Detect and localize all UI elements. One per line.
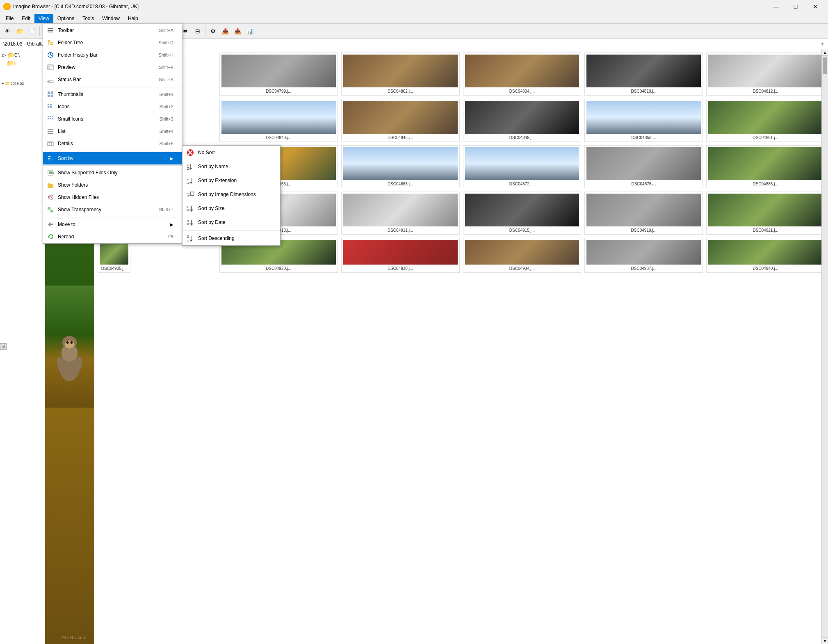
dd-reread-label: Reread xyxy=(58,234,168,240)
dd-folder-tree[interactable]: Folder Tree Shift+D xyxy=(43,37,182,49)
svg-text:A: A xyxy=(187,240,189,242)
svg-text:!: ! xyxy=(48,195,49,200)
sort-by-size[interactable]: Kb Mb Sort by Size xyxy=(182,201,280,215)
thumb-item-20[interactable]: DSC04911.j... xyxy=(341,192,460,235)
sort-submenu: No Sort A Z Sort by Name .A .Z Sort by E… xyxy=(182,145,281,246)
thumb-label-28: DSC04937.j... xyxy=(586,266,701,271)
thumb-item-15[interactable]: DSC04872.j... xyxy=(463,145,582,188)
thumb-img-10 xyxy=(586,101,701,134)
menu-window[interactable]: Window xyxy=(98,14,124,23)
scroll-thumb[interactable] xyxy=(823,57,827,74)
toolbar-detail2-btn[interactable]: ⊟ xyxy=(192,25,203,37)
dd-status-bar-shortcut: Shift+S xyxy=(159,77,173,82)
svg-rect-15 xyxy=(50,44,53,45)
toolbar-icon xyxy=(46,26,55,34)
sort-name-label: Sort by Name xyxy=(198,164,228,169)
dd-small-icons[interactable]: Small Icons Shift+3 xyxy=(43,113,182,125)
dd-show-hidden[interactable]: ! Show Hidden Files xyxy=(43,191,182,203)
thumb-item-29[interactable]: DSC04940.j... xyxy=(706,238,825,273)
thumb-item-17[interactable]: DSC04885.j... xyxy=(706,145,825,188)
toolbar-settings-btn[interactable]: ⚙ xyxy=(207,25,219,37)
thumb-item-4[interactable]: DSC04810.j... xyxy=(584,53,703,96)
toolbar-eye-btn[interactable]: 👁 xyxy=(2,25,13,37)
tree-root-label: C:\ xyxy=(14,53,20,57)
toolbar-extra3-btn[interactable]: 📊 xyxy=(244,25,255,37)
thumb-item-10[interactable]: DSC04853-... xyxy=(584,99,703,142)
dd-show-transparency[interactable]: Show Transparency Shift+T xyxy=(43,203,182,216)
dd-thumbnails[interactable]: Thumbnails Shift+1 xyxy=(43,88,182,100)
thumb-item-9[interactable]: DSC04849.j... xyxy=(463,99,582,142)
show-supported-icon: IMG xyxy=(46,169,55,177)
dd-list-label: List xyxy=(58,128,159,134)
dd-icons[interactable]: Icons Shift+2 xyxy=(43,100,182,113)
dd-details[interactable]: Details Shift+5 xyxy=(43,137,182,150)
dd-toolbar[interactable]: Toolbar Shift+A xyxy=(43,24,182,37)
thumb-item-3[interactable]: DSC04804.j... xyxy=(463,53,582,96)
dd-move-to[interactable]: Move to ▶ xyxy=(43,218,182,231)
svg-rect-23 xyxy=(48,81,50,82)
menu-options[interactable]: Options xyxy=(53,14,78,23)
scroll-up-btn[interactable]: ▲ xyxy=(822,49,828,56)
close-button[interactable]: ✕ xyxy=(806,0,825,13)
thumb-item-28[interactable]: DSC04937.j... xyxy=(584,238,703,273)
thumb-item-11[interactable]: DSC04861.j... xyxy=(706,99,825,142)
reread-icon xyxy=(46,233,55,241)
sort-by-extension[interactable]: .A .Z Sort by Extension xyxy=(182,174,280,187)
sort-by-name[interactable]: A Z Sort by Name xyxy=(182,160,280,174)
dd-preview-label: Preview xyxy=(58,64,159,70)
menu-edit[interactable]: Edit xyxy=(18,14,34,23)
thumb-label-16: DSC04876-... xyxy=(586,182,701,186)
dd-preview[interactable]: Preview Shift+P xyxy=(43,61,182,73)
sort-no-sort[interactable]: No Sort xyxy=(182,146,280,160)
preview-icon xyxy=(46,63,55,71)
thumb-item-26[interactable]: DSC04930.j... xyxy=(341,238,460,273)
tree-item-folder1[interactable]: 📁 N xyxy=(1,59,44,67)
toolbar-extra2-btn[interactable]: 📥 xyxy=(232,25,243,37)
move-to-icon xyxy=(46,220,55,228)
sort-by-dimensions[interactable]: Sort by Image Dimensions xyxy=(182,187,280,201)
svg-text:↕: ↕ xyxy=(52,158,53,161)
svg-text:Z: Z xyxy=(187,167,189,170)
menu-file[interactable]: File xyxy=(2,14,18,23)
tree-item-2[interactable]: + 📁 2018.03 xyxy=(2,81,43,86)
scrollbar-right[interactable]: ▲ ▼ xyxy=(821,49,828,644)
scroll-down-btn[interactable]: ▼ xyxy=(822,637,828,644)
dd-status-bar[interactable]: Status Bar Shift+S xyxy=(43,73,182,86)
toolbar-folder-btn[interactable]: 📁 xyxy=(14,25,25,37)
thumb-label-20: DSC04911.j... xyxy=(343,228,458,233)
scroll-track[interactable] xyxy=(822,56,828,637)
sort-by-date[interactable]: '08 '09 Sort by Date xyxy=(182,215,280,229)
thumb-item-21[interactable]: DSC04915.j... xyxy=(463,192,582,235)
dd-show-folders[interactable]: Show Folders xyxy=(43,179,182,191)
menu-view[interactable]: View xyxy=(34,14,53,23)
thumb-item-2[interactable]: DSC04802.j... xyxy=(341,53,460,96)
sort-descending[interactable]: Z A Sort Descending xyxy=(182,231,280,245)
thumb-item-22[interactable]: DSC04919.j... xyxy=(584,192,703,235)
dd-sort-by[interactable]: ↕ Sort by ▶ xyxy=(43,152,182,164)
thumb-item-14[interactable]: DSC04868.j... xyxy=(341,145,460,188)
dd-list[interactable]: List Shift+4 xyxy=(43,125,182,137)
menu-tools[interactable]: Tools xyxy=(78,14,98,23)
content-area[interactable]: DSC04793.j... DSC04799.j... DSC04802.j..… xyxy=(94,49,828,644)
menu-help[interactable]: Help xyxy=(124,14,142,23)
dd-show-supported[interactable]: IMG Show Supported Files Only xyxy=(43,167,182,179)
minimize-button[interactable]: — xyxy=(766,0,785,13)
maximize-button[interactable]: □ xyxy=(786,0,805,13)
thumb-item-27[interactable]: DSC04934.j... xyxy=(463,238,582,273)
thumb-item-16[interactable]: DSC04876-... xyxy=(584,145,703,188)
tree-item-root[interactable]: ▷ 📁 C:\ xyxy=(1,51,44,59)
toolbar-extra1-btn[interactable]: 📤 xyxy=(219,25,231,37)
toolbar-file-btn[interactable]: 📄 xyxy=(26,25,38,37)
dd-folder-history[interactable]: Folder History Bar Shift+H xyxy=(43,49,182,61)
address-dropdown-btn[interactable]: ▼ xyxy=(820,41,825,46)
thumb-item-1[interactable]: DSC04799.j... xyxy=(219,53,338,96)
no-sort-icon xyxy=(186,148,195,157)
svg-rect-14 xyxy=(50,42,53,43)
panel-collapse-btn[interactable]: ◁ xyxy=(0,343,7,350)
dd-reread[interactable]: Reread F5 xyxy=(43,231,182,243)
svg-text:Z: Z xyxy=(187,235,189,239)
thumb-item-23[interactable]: DSC04921.j... xyxy=(706,192,825,235)
thumb-item-8[interactable]: DSC04843.j... xyxy=(341,99,460,142)
thumb-item-5[interactable]: DSC04812.j... xyxy=(706,53,825,96)
thumb-item-7[interactable]: DSC04840.j... xyxy=(219,99,338,142)
